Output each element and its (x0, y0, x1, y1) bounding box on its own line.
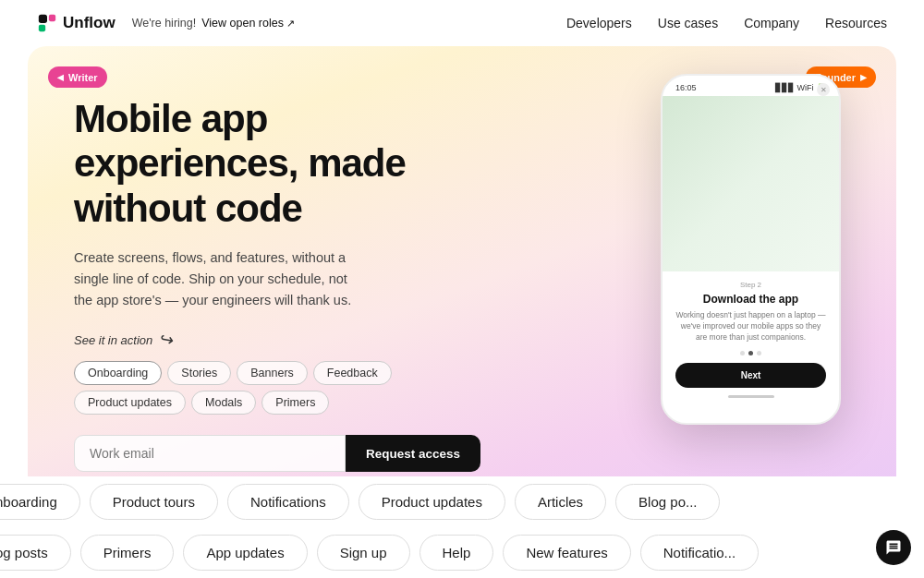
progress-dots (675, 351, 826, 355)
download-desc: Working doesn't just happen on a laptop … (675, 310, 826, 343)
scroll-tag-help[interactable]: Help (419, 535, 494, 571)
scroll-tag-articles[interactable]: Articles (515, 484, 606, 520)
dot-3 (757, 351, 761, 355)
scroll-tag-blog-posts-partial[interactable]: Blog po... (615, 484, 720, 520)
tag-onboarding[interactable]: Onboarding (74, 361, 162, 385)
nav-right: Developers Use cases Company Resources (566, 16, 887, 30)
logo-icon (37, 13, 57, 33)
phone-container: 16:05 ▊▊▊ WiFi 🔋 ✕ (661, 74, 841, 425)
nav-use-cases[interactable]: Use cases (658, 16, 718, 30)
download-title: Download the app (675, 293, 826, 306)
tag-banners[interactable]: Banners (237, 361, 308, 385)
phone-status-bar: 16:05 ▊▊▊ WiFi 🔋 (663, 76, 839, 96)
navigation: Unflow We're hiring! View open roles Dev… (0, 0, 924, 46)
scroll-row-1: nboarding Product tours Notifications Pr… (0, 476, 924, 527)
scroll-tag-notifications[interactable]: Notifications (227, 484, 349, 520)
nav-company[interactable]: Company (744, 16, 799, 30)
leaf-background (663, 96, 839, 271)
scroll-tag-primers[interactable]: Primers (80, 535, 175, 571)
tag-modals[interactable]: Modals (191, 391, 256, 415)
email-row: Request access (74, 435, 480, 472)
view-roles-link[interactable]: View open roles (201, 17, 295, 30)
svg-rect-2 (39, 25, 45, 31)
home-indicator (728, 395, 774, 398)
dot-2 (748, 351, 753, 355)
phone-mockup: 16:05 ▊▊▊ WiFi 🔋 ✕ (661, 74, 841, 425)
svg-rect-1 (49, 15, 55, 21)
badge-writer: ◂ Writer (48, 66, 107, 88)
step-label: Step 2 (675, 281, 826, 289)
tag-feedback[interactable]: Feedback (313, 361, 392, 385)
scroll-tag-notifications-partial[interactable]: Notificatio... (640, 535, 759, 571)
chat-icon (885, 539, 902, 556)
hero-section: ◂ Writer Founder ▸ ◂ Marketer Designer ▸… (28, 46, 896, 531)
svg-rect-0 (39, 15, 47, 23)
scroll-tag-product-updates[interactable]: Product updates (359, 484, 505, 520)
see-it-arrow-icon: ↩ (158, 329, 176, 351)
nav-developers[interactable]: Developers (566, 16, 632, 30)
founder-arrow-icon: ▸ (860, 70, 867, 84)
see-it-label: See it in action (74, 333, 152, 347)
phone-close-button[interactable]: ✕ (817, 83, 830, 96)
scroll-tag-sign-up[interactable]: Sign up (317, 535, 410, 571)
email-input[interactable] (74, 435, 346, 472)
hero-subtitle: Create screens, flows, and features, wit… (74, 247, 360, 312)
phone-content-area: Step 2 Download the app Working doesn't … (663, 271, 839, 407)
next-button[interactable]: Next (675, 363, 826, 388)
tags-row: Onboarding Stories Banners Feedback Prod… (74, 361, 480, 415)
see-it-row: See it in action ↩ (74, 330, 480, 350)
tag-product-updates[interactable]: Product updates (74, 391, 186, 415)
hero-left: Mobile app experiences, made without cod… (74, 83, 480, 503)
scroll-tags-section: nboarding Product tours Notifications Pr… (0, 476, 924, 578)
scroll-tag-new-features[interactable]: New features (503, 535, 630, 571)
nav-left: Unflow We're hiring! View open roles (37, 13, 295, 33)
hero-title: Mobile app experiences, made without cod… (74, 97, 480, 231)
writer-arrow-icon: ◂ (57, 70, 64, 84)
hero-content: Mobile app experiences, made without cod… (74, 74, 850, 503)
request-access-button[interactable]: Request access (346, 435, 480, 472)
phone-image-area (663, 96, 839, 271)
phone-time: 16:05 (675, 83, 697, 92)
scroll-tag-app-updates[interactable]: App updates (183, 535, 307, 571)
nav-resources[interactable]: Resources (825, 16, 887, 30)
logo[interactable]: Unflow (37, 13, 116, 33)
tag-primers[interactable]: Primers (261, 391, 329, 415)
scroll-tag-product-tours[interactable]: Product tours (90, 484, 218, 520)
scroll-row-2: og posts Primers App updates Sign up Hel… (0, 527, 924, 578)
chat-button[interactable] (876, 530, 911, 565)
scroll-tag-blog-partial[interactable]: og posts (0, 535, 71, 571)
dot-1 (740, 351, 745, 355)
tag-stories[interactable]: Stories (167, 361, 231, 385)
scroll-tag-onboarding-partial[interactable]: nboarding (0, 484, 80, 520)
hiring-badge: We're hiring! View open roles (132, 17, 295, 30)
